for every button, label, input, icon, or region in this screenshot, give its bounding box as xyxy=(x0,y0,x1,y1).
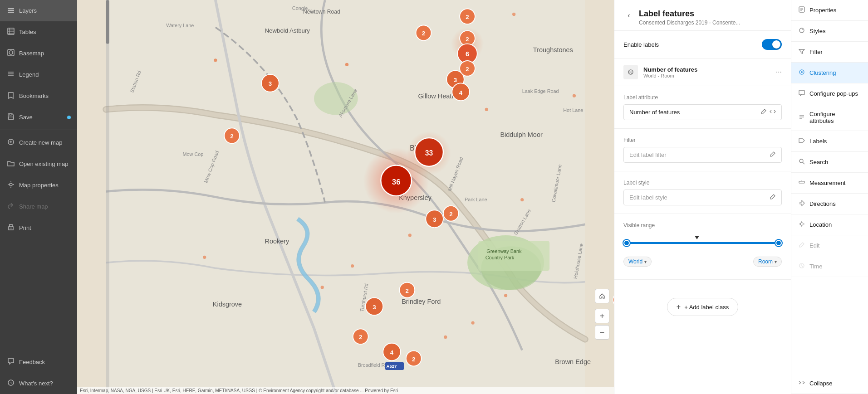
range-marker xyxy=(695,236,699,239)
svg-rect-2 xyxy=(8,12,14,13)
sidebar-item-create-new-map[interactable]: Create new map xyxy=(0,132,77,153)
filter-icon xyxy=(799,48,805,56)
right-item-configure-attributes-label: Configure attributes xyxy=(809,111,861,124)
svg-text:Biddulph Moor: Biddulph Moor xyxy=(500,131,542,138)
svg-point-94 xyxy=(415,138,443,166)
svg-point-66 xyxy=(203,256,206,259)
panel-back-button[interactable]: ‹ xyxy=(623,10,634,21)
svg-rect-49 xyxy=(385,362,404,370)
svg-point-67 xyxy=(504,294,507,297)
svg-text:Holehouse Lane: Holehouse Lane xyxy=(573,243,584,279)
label-style-value: Edit label style xyxy=(629,194,767,201)
right-item-measurement[interactable]: Measurement xyxy=(791,173,868,194)
right-sidebar-spacer xyxy=(791,277,868,373)
svg-point-82 xyxy=(457,44,477,63)
svg-point-84 xyxy=(460,61,475,76)
add-label-section: + + Add label class xyxy=(614,280,791,334)
svg-point-62 xyxy=(512,13,515,16)
svg-text:6: 6 xyxy=(466,50,469,58)
sidebar-item-feedback[interactable]: Feedback xyxy=(0,351,77,373)
right-item-clustering[interactable]: Clustering xyxy=(791,63,868,83)
svg-text:Troughstones: Troughstones xyxy=(533,46,573,54)
right-item-configure-popups[interactable]: Configure pop-ups xyxy=(791,83,868,104)
feature-row: N Number of features World - Room ··· xyxy=(614,58,791,86)
map-properties-icon xyxy=(7,181,15,190)
code-label-attribute-icon[interactable] xyxy=(770,108,776,116)
svg-line-129 xyxy=(803,162,804,164)
middle-panel: ‹ Label features Consented Discharges 20… xyxy=(614,0,791,394)
sidebar-item-legend[interactable]: Legend xyxy=(0,64,77,85)
sidebar-item-open-existing-map[interactable]: Open existing map xyxy=(0,153,77,175)
sidebar-item-create-new-map-label: Create new map xyxy=(19,139,62,146)
open-map-icon xyxy=(7,160,15,168)
svg-text:33: 33 xyxy=(425,149,433,157)
enable-labels-toggle[interactable] xyxy=(762,39,782,50)
right-item-collapse-label: Collapse xyxy=(809,380,833,387)
sidebar-item-save[interactable]: Save xyxy=(0,107,77,128)
svg-text:Biddulph: Biddulph xyxy=(410,144,437,152)
edit-label-style-icon[interactable] xyxy=(770,194,776,201)
map-home-button[interactable] xyxy=(595,289,609,303)
sidebar-item-basemap[interactable]: Basemap xyxy=(0,43,77,64)
right-item-location[interactable]: Location xyxy=(791,214,868,235)
svg-text:2: 2 xyxy=(466,36,469,43)
range-room-label: Room xyxy=(758,258,773,265)
svg-text:36: 36 xyxy=(392,178,401,186)
right-item-search[interactable]: Search xyxy=(791,152,868,173)
svg-point-74 xyxy=(407,131,451,175)
configure-popups-icon xyxy=(799,90,805,97)
svg-rect-1 xyxy=(8,10,14,11)
map-area[interactable]: Newtown Road Newbold Astbury Troughstone… xyxy=(77,0,614,394)
sidebar-item-tables[interactable]: Tables xyxy=(0,21,77,43)
svg-point-90 xyxy=(452,83,470,101)
filter-input-row: Edit label filter xyxy=(623,147,782,163)
svg-point-124 xyxy=(801,71,803,73)
sidebar-item-whats-next[interactable]: ? What's next? xyxy=(0,373,77,394)
svg-text:Mill Hayes Road: Mill Hayes Road xyxy=(446,156,464,192)
range-world-chevron: ▾ xyxy=(644,259,647,264)
svg-point-24 xyxy=(467,235,544,290)
create-map-icon xyxy=(7,138,15,147)
edit-filter-icon[interactable] xyxy=(770,151,776,159)
panel-header: ‹ Label features Consented Discharges 20… xyxy=(614,0,791,31)
right-item-styles[interactable]: Styles xyxy=(791,21,868,42)
configure-attributes-icon xyxy=(799,114,805,122)
visible-range-label: Visible range xyxy=(623,222,782,229)
right-item-directions[interactable]: Directions xyxy=(791,194,868,214)
map-zoom-out-button[interactable]: − xyxy=(595,325,609,340)
map-zoom-in-button[interactable]: + xyxy=(595,309,609,323)
edit-label-attribute-icon[interactable] xyxy=(760,108,767,116)
right-item-configure-attributes[interactable]: Configure attributes xyxy=(791,104,868,131)
sidebar-item-layers[interactable]: Layers xyxy=(0,0,77,21)
right-item-configure-popups-label: Configure pop-ups xyxy=(809,90,858,97)
feature-more-button[interactable]: ··· xyxy=(776,68,782,76)
svg-text:Laak Edge Road: Laak Edge Road xyxy=(522,88,559,94)
feedback-icon xyxy=(7,358,15,366)
right-item-collapse[interactable]: Collapse xyxy=(791,373,868,394)
range-track[interactable] xyxy=(623,242,782,244)
sidebar-item-share-map-label: Share map xyxy=(19,203,48,210)
sidebar-item-print[interactable]: Print xyxy=(0,217,77,238)
range-room-pill[interactable]: Room ▾ xyxy=(753,257,782,267)
clustering-icon xyxy=(799,69,805,77)
add-label-class-button[interactable]: + + Add label class xyxy=(667,298,738,316)
svg-text:2: 2 xyxy=(466,66,469,73)
sidebar-item-bookmarks[interactable]: Bookmarks xyxy=(0,85,77,107)
svg-point-25 xyxy=(481,246,541,290)
right-item-filter[interactable]: Filter xyxy=(791,42,868,63)
svg-point-70 xyxy=(408,233,412,237)
right-item-labels-label: Labels xyxy=(809,138,827,145)
range-thumb-left[interactable] xyxy=(623,240,630,246)
right-item-labels[interactable]: Labels xyxy=(791,131,868,152)
range-world-label: World xyxy=(628,258,642,265)
right-item-properties[interactable]: Properties xyxy=(791,0,868,21)
print-icon xyxy=(7,224,15,232)
panel-subtitle: Consented Discharges 2019 - Consente... xyxy=(639,19,782,26)
sidebar-item-map-properties[interactable]: Map properties xyxy=(0,175,77,196)
range-world-pill[interactable]: World ▾ xyxy=(623,257,652,267)
svg-rect-53 xyxy=(478,241,549,271)
svg-text:Brown Edge: Brown Edge xyxy=(555,358,591,365)
visible-range-section: Visible range World ▾ Room ▾ xyxy=(614,214,791,280)
svg-text:Park Lane: Park Lane xyxy=(465,197,487,202)
range-thumb-right[interactable] xyxy=(775,240,782,246)
